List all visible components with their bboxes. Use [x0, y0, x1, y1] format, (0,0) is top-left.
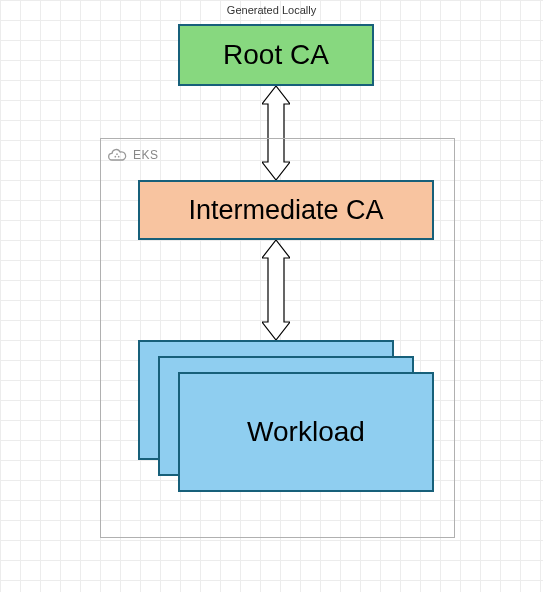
eks-label: EKS [133, 148, 159, 162]
diagram-subtitle: Generated Locally [0, 4, 543, 16]
root-ca-label: Root CA [223, 39, 329, 71]
workload-stack: Workload [138, 340, 434, 490]
cloud-icon [107, 145, 127, 165]
intermediate-ca-label: Intermediate CA [188, 195, 383, 226]
arrow-intermediate-to-workload [262, 240, 290, 340]
eks-header: EKS [107, 145, 159, 165]
intermediate-ca-node: Intermediate CA [138, 180, 434, 240]
svg-point-1 [118, 156, 120, 158]
workload-label: Workload [247, 416, 365, 448]
root-ca-node: Root CA [178, 24, 374, 86]
diagram-canvas: Generated Locally Root CA EKS Intermedia… [0, 0, 543, 592]
workload-node-front: Workload [178, 372, 434, 492]
svg-point-0 [115, 156, 117, 158]
svg-point-2 [116, 153, 118, 155]
